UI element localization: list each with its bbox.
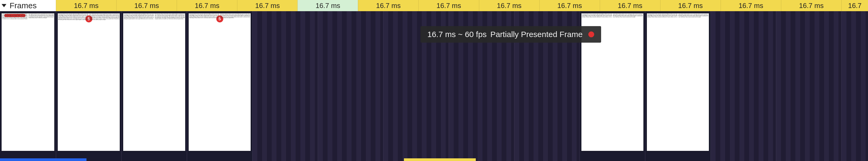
frame-cell[interactable]: 16.7 ms <box>721 0 781 11</box>
screenshot-slot-empty[interactable] <box>776 11 841 161</box>
screenshot-slot-empty[interactable] <box>841 11 868 161</box>
page-content-preview: Lorem ipsum dolor sit amet, consectetur … <box>58 13 120 21</box>
screenshot-slot[interactable]: 5 Lorem ipsum dolor sit amet, consectetu… <box>187 11 252 161</box>
frames-timeline: Frames 16.7 ms 16.7 ms 16.7 ms 16.7 ms 1… <box>0 0 868 161</box>
empty-stripes <box>252 11 318 161</box>
frame-cell[interactable]: 16.7 ms <box>56 0 116 11</box>
frame-tooltip: 16.7 ms ~ 60 fps Partially Presented Fra… <box>421 26 601 43</box>
frame-cell[interactable]: 16.7 ms <box>660 0 721 11</box>
page-content-preview: Lorem ipsum dolor sit amet, consectetur … <box>647 13 709 18</box>
page-content-preview: Lorem ipsum dolor sit amet, consectetur … <box>581 13 643 18</box>
screenshot-slot[interactable]: Lorem ipsum dolor sit amet, consectetur … <box>121 11 187 161</box>
frame-screenshot: Lorem ipsum dolor sit amet, consectetur … <box>647 13 709 151</box>
page-content-preview: Lorem ipsum dolor sit amet, consectetur … <box>123 13 185 20</box>
empty-stripes <box>318 11 383 161</box>
page-content-preview: Lorem ipsum dolor sit amet, consectetur … <box>2 13 54 20</box>
frame-screenshot: 5 Lorem ipsum dolor sit amet, consectetu… <box>189 13 251 151</box>
screenshot-slot-empty[interactable] <box>710 11 776 161</box>
partial-frame-indicator-icon <box>588 31 594 37</box>
collapse-triangle-icon[interactable] <box>2 4 6 7</box>
frames-title-text: Frames <box>9 1 37 10</box>
frame-cell[interactable]: 16.7 ms <box>418 0 479 11</box>
frame-cell[interactable]: 16.7 ms <box>479 0 539 11</box>
frame-cell[interactable]: 16.7 ms <box>177 0 237 11</box>
frame-cell[interactable]: 16.7 ms <box>237 0 298 11</box>
task-bar-yellow[interactable] <box>404 158 476 161</box>
empty-stripes <box>776 11 841 161</box>
frames-content-row: Lorem ipsum dolor sit amet, consectetur … <box>0 11 868 161</box>
frame-cell[interactable]: 16.7 ms <box>116 0 177 11</box>
screenshot-slot-empty[interactable] <box>318 11 383 161</box>
screenshot-slot-empty[interactable] <box>252 11 318 161</box>
frame-cell[interactable]: 16.7 ms <box>358 0 418 11</box>
frames-header-row: Frames 16.7 ms 16.7 ms 16.7 ms 16.7 ms 1… <box>0 0 868 11</box>
frame-cell[interactable]: 16.7 ms <box>600 0 660 11</box>
empty-stripes <box>711 11 776 161</box>
screenshot-slot[interactable]: Lorem ipsum dolor sit amet, consectetur … <box>645 11 710 161</box>
frame-screenshot: 5 Lorem ipsum dolor sit amet, consectetu… <box>58 13 120 151</box>
tooltip-timing: 16.7 ms ~ 60 fps <box>427 30 487 39</box>
frames-track-label[interactable]: Frames <box>0 0 56 11</box>
empty-stripes <box>842 11 868 161</box>
screenshot-slot[interactable]: 5 Lorem ipsum dolor sit amet, consectetu… <box>56 11 121 161</box>
frame-cell[interactable]: 16.7 ms <box>781 0 841 11</box>
frame-cell-partial[interactable]: 16.7 ms <box>298 0 358 11</box>
frame-cell[interactable]: 16.7 <box>841 0 868 11</box>
frame-screenshot: Lorem ipsum dolor sit amet, consectetur … <box>123 13 185 151</box>
frame-screenshot: Lorem ipsum dolor sit amet, consectetur … <box>2 13 54 151</box>
frame-cell[interactable]: 16.7 ms <box>539 0 600 11</box>
tooltip-status: Partially Presented Frame <box>490 30 583 39</box>
screenshot-slot[interactable]: Lorem ipsum dolor sit amet, consectetur … <box>0 11 56 161</box>
task-bar-blue[interactable] <box>0 158 87 161</box>
page-content-preview: Lorem ipsum dolor sit amet, consectetur … <box>189 13 251 19</box>
